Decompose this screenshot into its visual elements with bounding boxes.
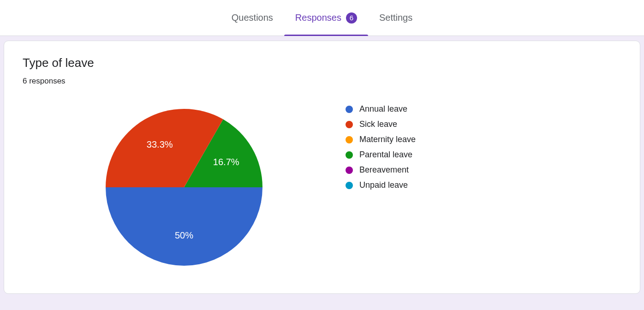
legend-label: Unpaid leave — [359, 180, 408, 190]
chart-area: 16.7%33.3%50% Annual leaveSick leaveMate… — [23, 104, 621, 270]
legend-label: Maternity leave — [359, 135, 416, 144]
legend-label: Annual leave — [359, 104, 407, 114]
tab-questions[interactable]: Questions — [221, 0, 284, 36]
legend-item[interactable]: Bereavement — [346, 165, 416, 175]
tab-questions-label: Questions — [232, 12, 273, 23]
card-subtitle: 6 responses — [23, 77, 621, 86]
tab-responses[interactable]: Responses 6 — [284, 0, 368, 36]
legend-item[interactable]: Sick leave — [346, 119, 416, 129]
legend-label: Sick leave — [359, 119, 397, 129]
pie-slice-label: 16.7% — [213, 157, 239, 167]
legend-dot — [346, 151, 353, 159]
legend-item[interactable]: Annual leave — [346, 104, 416, 114]
tabs-bar: Questions Responses 6 Settings — [0, 0, 644, 36]
legend-dot — [346, 136, 353, 143]
tab-settings[interactable]: Settings — [368, 0, 423, 36]
legend-dot — [346, 106, 353, 113]
legend-dot — [346, 167, 353, 174]
pie-slice-label: 50% — [175, 230, 193, 240]
pie-slice[interactable] — [106, 187, 262, 266]
legend-item[interactable]: Unpaid leave — [346, 180, 416, 190]
pie-slice-label: 33.3% — [147, 139, 173, 149]
card-title: Type of leave — [23, 56, 621, 70]
legend-label: Bereavement — [359, 165, 409, 175]
legend-dot — [346, 121, 353, 128]
chart-legend: Annual leaveSick leaveMaternity leavePar… — [346, 104, 416, 190]
legend-item[interactable]: Parental leave — [346, 150, 416, 160]
response-card: Type of leave 6 responses 16.7%33.3%50% … — [4, 41, 640, 294]
tab-responses-label: Responses — [295, 12, 341, 23]
legend-item[interactable]: Maternity leave — [346, 135, 416, 144]
legend-dot — [346, 182, 353, 189]
pie-chart-container: 16.7%33.3%50% — [23, 104, 346, 270]
pie-chart: 16.7%33.3%50% — [101, 104, 267, 270]
tab-settings-label: Settings — [379, 12, 412, 23]
legend-label: Parental leave — [359, 150, 412, 160]
responses-count-badge: 6 — [346, 12, 357, 24]
